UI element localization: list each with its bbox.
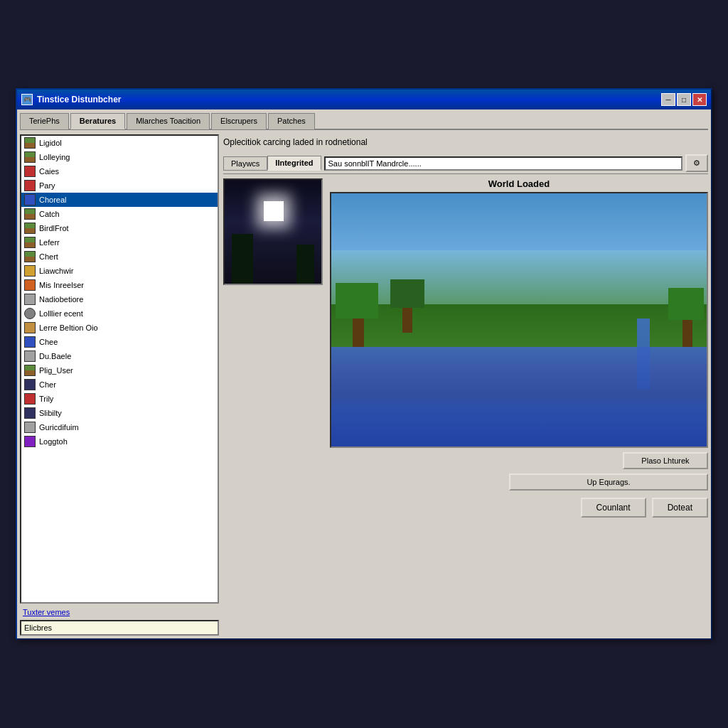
list-item[interactable]: Liawchwir — [21, 264, 218, 278]
list-item[interactable]: Plig_User — [21, 363, 218, 378]
list-item[interactable]: Catch — [21, 207, 218, 221]
gear-icon: ⚙ — [693, 159, 700, 167]
item-icon — [24, 137, 36, 149]
item-label: Leferr — [39, 238, 60, 247]
settings-button[interactable]: ⚙ — [685, 154, 708, 172]
plaso-button[interactable]: Plaso Lhturek — [623, 452, 708, 469]
list-item[interactable]: Chert — [21, 250, 218, 264]
main-area: LigidolLolleyingCaiesParyChorealCatchBir… — [20, 134, 708, 636]
item-label: Du.Baele — [39, 352, 71, 360]
item-label: Choreal — [39, 196, 67, 204]
list-item[interactable]: Caies — [21, 164, 218, 178]
item-label: Trily — [39, 395, 53, 403]
list-item[interactable]: Du.Baele — [21, 349, 218, 363]
list-item[interactable]: Leferr — [21, 235, 218, 250]
tuxter-link[interactable]: Tuxter vemes — [20, 606, 219, 618]
window-icon: 🎮 — [21, 94, 33, 105]
list-item[interactable]: BirdlFrot — [21, 221, 218, 235]
sub-tab-playwcs[interactable]: Playwcs — [223, 156, 267, 171]
item-icon — [24, 265, 36, 277]
list-item[interactable]: Ligidol — [21, 136, 218, 150]
item-icon — [24, 365, 36, 376]
title-bar-left: 🎮 Tinstice Distunbcher — [21, 94, 121, 105]
list-item[interactable]: Slibilty — [21, 406, 218, 420]
sub-tabs: PlaywcsIIntegrited⚙ — [223, 154, 708, 174]
list-item[interactable]: Lolllier ecent — [21, 306, 218, 321]
list-item[interactable]: Mis Inreelser — [21, 278, 218, 292]
item-label: Chert — [39, 252, 58, 261]
list-item[interactable]: Trily — [21, 392, 218, 406]
list-item[interactable]: Loggtoh — [21, 434, 218, 449]
item-icon — [24, 336, 36, 348]
item-icon — [24, 379, 36, 390]
moon-element — [264, 201, 284, 221]
plugin-list[interactable]: LigidolLolleyingCaiesParyChorealCatchBir… — [20, 134, 219, 604]
main-window: 🎮 Tinstice Distunbcher ─ □ ✕ TeriePhsBer… — [16, 88, 712, 640]
tree-right — [296, 245, 314, 284]
item-icon — [24, 407, 36, 419]
large-preview-area: World Loaded — [330, 178, 708, 448]
tab-beratures[interactable]: Beratures — [70, 113, 125, 129]
close-button[interactable]: ✕ — [692, 93, 707, 106]
item-icon — [24, 166, 36, 177]
tab-elscrupers[interactable]: Elscrupers — [211, 113, 267, 129]
item-label: Lerre Beltion Oio — [39, 323, 98, 332]
item-icon — [24, 223, 36, 234]
search-input[interactable] — [20, 620, 219, 636]
item-icon — [24, 436, 36, 447]
item-icon — [24, 194, 36, 205]
item-icon — [24, 208, 36, 220]
world-label: World Loaded — [330, 178, 708, 189]
item-icon — [24, 350, 36, 362]
minimize-button[interactable]: ─ — [661, 93, 675, 106]
list-item[interactable]: Lolleying — [21, 150, 218, 164]
item-icon — [24, 279, 36, 291]
item-icon — [24, 308, 36, 319]
sub-tab-input[interactable] — [324, 156, 682, 171]
up-equrags-button[interactable]: Up Equrags. — [509, 473, 708, 491]
item-label: Slibilty — [39, 409, 62, 417]
tab-mlarches-toacition[interactable]: Mlarches Toacition — [127, 113, 210, 129]
large-preview — [330, 192, 708, 448]
item-label: Liawchwir — [39, 267, 73, 275]
sub-tab-iintegrited[interactable]: IIntegrited — [267, 156, 321, 171]
counlant-button[interactable]: Counlant — [581, 498, 646, 518]
list-item[interactable]: Lerre Beltion Oio — [21, 321, 218, 335]
item-label: Plig_User — [39, 366, 73, 375]
item-icon — [24, 422, 36, 433]
item-label: Cher — [39, 380, 56, 389]
title-buttons: ─ □ ✕ — [661, 93, 707, 106]
action-buttons: Plaso Lhturek Up Equrags. — [223, 452, 708, 491]
item-label: Nadiobetiore — [39, 295, 83, 304]
list-item[interactable]: Guricdifuim — [21, 420, 218, 434]
item-icon — [24, 294, 36, 305]
small-preview — [223, 178, 323, 285]
item-icon — [24, 251, 36, 262]
item-label: Lolleying — [39, 153, 70, 161]
tabs-bar: TeriePhsBeraturesMlarches ToacitionElscr… — [20, 112, 708, 130]
item-label: Loggtoh — [39, 437, 68, 446]
list-item[interactable]: Choreal — [21, 193, 218, 207]
item-label: Lolllier ecent — [39, 309, 83, 318]
item-label: BirdlFrot — [39, 224, 69, 232]
item-icon — [24, 180, 36, 191]
item-label: Chee — [39, 338, 58, 346]
maximize-button[interactable]: □ — [677, 93, 691, 106]
item-label: Mis Inreelser — [39, 281, 84, 289]
item-label: Ligidol — [39, 139, 62, 147]
doteat-button[interactable]: Doteat — [652, 498, 708, 518]
bottom-buttons: Counlant Doteat — [223, 498, 708, 518]
window-title: Tinstice Distunbcher — [37, 95, 121, 105]
tab-teriephs[interactable]: TeriePhs — [20, 113, 69, 129]
list-item[interactable]: Pary — [21, 178, 218, 193]
list-item[interactable]: Chee — [21, 335, 218, 349]
item-label: Guricdifuim — [39, 423, 79, 432]
left-panel: LigidolLolleyingCaiesParyChorealCatchBir… — [20, 134, 219, 636]
tab-patches[interactable]: Patches — [268, 113, 315, 129]
item-icon — [24, 237, 36, 248]
tree-left — [232, 234, 253, 284]
bottom-bar: Tuxter vemes — [20, 606, 219, 636]
item-label: Pary — [39, 181, 55, 190]
list-item[interactable]: Nadiobetiore — [21, 292, 218, 306]
list-item[interactable]: Cher — [21, 378, 218, 392]
